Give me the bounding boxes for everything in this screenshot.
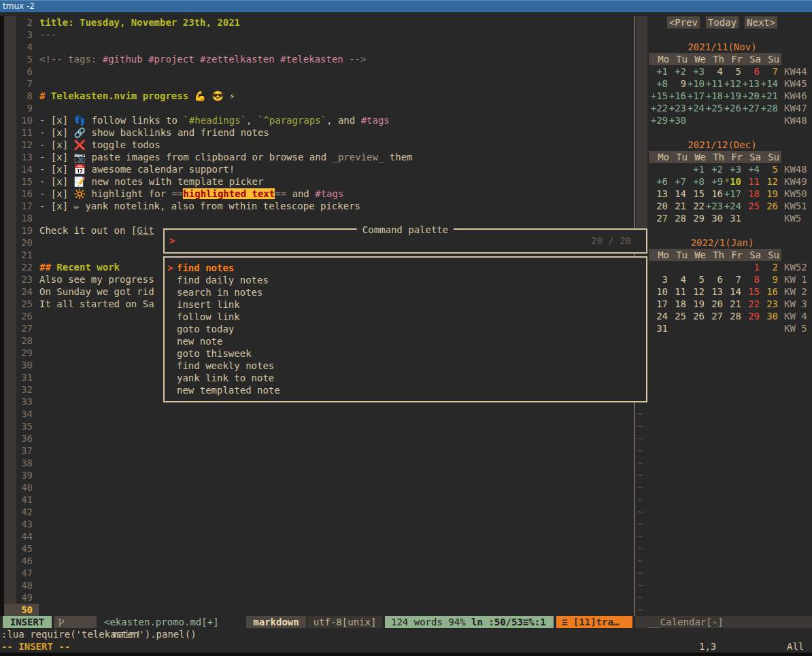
calendar-day[interactable]: +8 <box>649 77 668 90</box>
palette-item[interactable]: insert link <box>165 298 646 311</box>
calendar-day[interactable]: 12 <box>760 175 778 188</box>
editor-line[interactable]: 34 <box>0 408 39 420</box>
calendar-day[interactable]: +22 <box>649 102 668 114</box>
command-palette-prompt-box[interactable]: Command palette > 20 / 20 <box>163 228 647 254</box>
editor-line[interactable]: 14- [x] 📅 awesome calendar support! <box>0 163 235 175</box>
calendar-day[interactable]: +10 <box>686 77 705 90</box>
calendar-day[interactable]: 14 <box>668 188 686 200</box>
calendar-day[interactable]: 5 <box>686 273 705 286</box>
calendar-day[interactable]: 27 <box>705 310 723 322</box>
calendar-day[interactable]: +30 <box>668 114 686 126</box>
calendar-day[interactable]: +19 <box>723 90 741 102</box>
calendar-day[interactable]: +2 <box>705 163 723 175</box>
editor-line[interactable]: 11- [x] 🔗 show backlinks and friend note… <box>0 126 269 139</box>
calendar-day[interactable]: +17 <box>686 90 705 102</box>
calendar-next-button[interactable]: Next> <box>745 16 777 29</box>
calendar-day[interactable]: +1 <box>649 65 668 77</box>
editor-line[interactable]: 29 <box>0 347 39 359</box>
editor-line[interactable]: 16- [x] 🔆 highlight for ==highlighted te… <box>0 188 343 200</box>
palette-item[interactable]: yank link to note <box>165 372 646 384</box>
calendar-day[interactable]: 21 <box>668 200 686 212</box>
calendar-day[interactable]: 29 <box>741 310 760 322</box>
palette-item[interactable]: new note <box>165 335 646 347</box>
calendar-day[interactable]: 4 <box>705 65 723 77</box>
calendar-day[interactable]: +21 <box>760 90 778 102</box>
editor-line[interactable]: 27 <box>0 322 39 334</box>
editor-line[interactable]: 33 <box>0 396 39 408</box>
calendar-day[interactable]: +24 <box>723 200 741 212</box>
calendar-day[interactable]: 25 <box>741 200 760 212</box>
editor-line[interactable]: 5<!-- tags: #github #project #zettelkast… <box>0 53 367 65</box>
calendar-prev-button[interactable]: <Prev <box>667 16 700 29</box>
editor-line[interactable]: 26 <box>0 310 39 322</box>
calendar-day[interactable]: +25 <box>705 102 723 114</box>
calendar-day[interactable]: +8 <box>686 175 705 188</box>
editor-line[interactable]: 46 <box>0 555 39 567</box>
calendar-day[interactable]: 13 <box>649 188 668 200</box>
calendar-day[interactable]: 6 <box>741 65 760 77</box>
calendar-day[interactable]: +4 <box>741 163 760 175</box>
editor-line[interactable]: 38 <box>0 457 39 469</box>
calendar-day[interactable]: 23 <box>760 298 778 310</box>
calendar-day[interactable]: +24 <box>686 102 705 114</box>
calendar-day[interactable]: +13 <box>741 77 760 90</box>
editor-line[interactable]: 30 <box>0 359 39 371</box>
palette-item[interactable]: goto thisweek <box>165 347 646 360</box>
palette-item[interactable]: goto today <box>165 323 646 335</box>
editor-line[interactable]: 8# Telekasten.nvim progress 💪 😎 ⚡ <box>0 90 235 102</box>
editor-line[interactable]: 31 <box>0 371 39 383</box>
calendar-day[interactable]: 12 <box>686 286 705 298</box>
calendar-day[interactable]: *10 <box>723 175 741 188</box>
editor-line[interactable]: 50 <box>0 604 39 616</box>
calendar-day[interactable]: 4 <box>668 273 686 286</box>
calendar-day[interactable]: 5 <box>760 163 778 175</box>
calendar-day[interactable]: +11 <box>705 77 723 90</box>
calendar-day[interactable]: 5 <box>723 65 741 77</box>
calendar-day[interactable]: +20 <box>741 90 760 102</box>
editor-line[interactable]: 17- [x] ✏ yank notelink, also from wthin… <box>0 200 360 212</box>
editor-line[interactable]: 44 <box>0 530 39 542</box>
calendar-day[interactable]: 15 <box>686 188 705 200</box>
editor-line[interactable]: 2title: Tuesday, November 23th, 2021 <box>0 16 240 29</box>
editor-line[interactable]: 6 <box>0 65 39 77</box>
command-palette-results[interactable]: >find notesfind daily notessearch in not… <box>163 256 647 402</box>
editor-line[interactable]: 3--- <box>0 29 56 41</box>
calendar-day[interactable]: 17 <box>649 298 668 310</box>
calendar-day[interactable]: +28 <box>760 102 778 114</box>
editor-line[interactable]: 7 <box>0 77 39 90</box>
calendar-day[interactable]: +9 <box>705 175 723 188</box>
calendar-day[interactable]: 6 <box>705 273 723 286</box>
editor-line[interactable]: 41 <box>0 494 39 506</box>
editor-line[interactable]: 15- [x] 📝 new notes with template picker <box>0 175 263 188</box>
calendar-day[interactable]: +2 <box>668 65 686 77</box>
editor-line[interactable]: 19Check it out on [Git <box>0 224 154 237</box>
calendar-day[interactable]: 28 <box>723 310 741 322</box>
calendar-day[interactable]: +23 <box>705 200 723 212</box>
calendar-day[interactable]: 16 <box>760 286 778 298</box>
calendar-day[interactable]: 22 <box>741 298 760 310</box>
calendar-day[interactable]: 14 <box>723 286 741 298</box>
editor-line[interactable]: 22## Recent work <box>0 261 120 273</box>
editor-line[interactable]: 37 <box>0 445 39 457</box>
calendar-day[interactable]: +7 <box>668 175 686 188</box>
calendar-day[interactable]: +26 <box>723 102 741 114</box>
calendar-day[interactable]: 9 <box>668 77 686 90</box>
palette-item[interactable]: >find notes <box>165 262 646 274</box>
palette-item[interactable]: find weekly notes <box>165 360 646 372</box>
calendar-day[interactable]: +16 <box>668 90 686 102</box>
editor-line[interactable]: 28 <box>0 334 39 347</box>
calendar-day[interactable]: 1 <box>741 261 760 273</box>
calendar-day[interactable]: 31 <box>649 322 668 334</box>
editor-line[interactable]: 4 <box>0 41 39 53</box>
calendar-day[interactable]: 19 <box>760 188 778 200</box>
calendar-day[interactable]: 15 <box>741 286 760 298</box>
calendar-day[interactable]: 18 <box>668 298 686 310</box>
calendar-day[interactable]: 25 <box>668 310 686 322</box>
calendar-day[interactable]: 22 <box>686 200 705 212</box>
calendar-day[interactable]: +29 <box>649 114 668 126</box>
palette-item[interactable]: search in notes <box>165 286 646 298</box>
calendar-day[interactable]: 11 <box>668 286 686 298</box>
calendar-day[interactable]: +17 <box>723 188 741 200</box>
editor-line[interactable]: 18 <box>0 212 39 224</box>
editor-line[interactable]: 25It all started on Sa <box>0 298 154 310</box>
